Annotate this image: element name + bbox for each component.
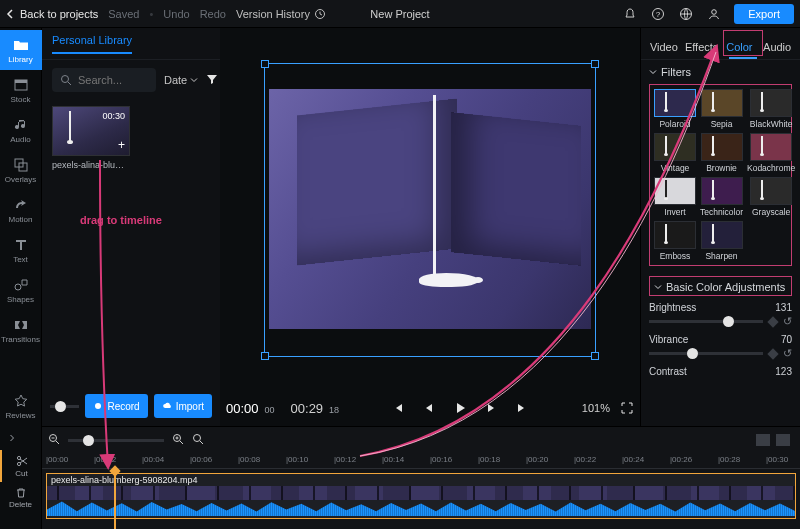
reviews-icon bbox=[13, 393, 29, 409]
add-clip-icon[interactable]: + bbox=[118, 138, 125, 152]
topbar: Back to projects Saved • Undo Redo Versi… bbox=[0, 0, 800, 28]
resize-handle[interactable] bbox=[591, 352, 599, 360]
playhead[interactable] bbox=[114, 469, 116, 529]
drag-hint-annotation: drag to timeline bbox=[80, 214, 210, 226]
rail-library[interactable]: Library bbox=[0, 30, 42, 70]
zoom-out-icon[interactable] bbox=[48, 433, 60, 447]
filter-polaroid[interactable]: Polaroid bbox=[654, 89, 696, 129]
filter-invert[interactable]: Invert bbox=[654, 177, 696, 217]
skip-end-button[interactable] bbox=[515, 401, 529, 415]
resize-handle[interactable] bbox=[591, 60, 599, 68]
globe-icon[interactable] bbox=[678, 6, 694, 22]
filters-header[interactable]: Filters bbox=[649, 66, 792, 78]
import-button[interactable]: Import bbox=[154, 394, 212, 418]
tab-video[interactable]: Video bbox=[645, 41, 683, 59]
zoom-in-icon[interactable] bbox=[172, 433, 184, 447]
timeline-view-2[interactable] bbox=[776, 434, 790, 446]
redo-button[interactable]: Redo bbox=[200, 8, 226, 20]
divider: • bbox=[149, 8, 153, 20]
keyframe-icon[interactable] bbox=[767, 316, 778, 327]
clip-duration: 00:30 bbox=[102, 111, 125, 121]
library-panel: Personal Library Date 00:30 + pexels-ali… bbox=[42, 28, 220, 426]
vibrance-slider[interactable] bbox=[649, 352, 763, 355]
sort-dropdown[interactable]: Date bbox=[164, 74, 198, 86]
skip-start-button[interactable] bbox=[391, 401, 405, 415]
tab-effects[interactable]: Effects bbox=[683, 41, 721, 59]
track-area[interactable]: pexels-alina-blumberg-5908204.mp4 bbox=[42, 469, 800, 529]
cloud-icon bbox=[162, 401, 172, 411]
param-vibrance: Vibrance70 ↺ bbox=[649, 334, 792, 360]
filter-vintage[interactable]: Vintage bbox=[654, 133, 696, 173]
history-icon bbox=[314, 8, 326, 20]
next-frame-button[interactable] bbox=[485, 402, 497, 414]
reset-icon[interactable]: ↺ bbox=[783, 315, 792, 328]
fullscreen-button[interactable] bbox=[620, 401, 634, 415]
brightness-value[interactable]: 131 bbox=[775, 302, 792, 313]
cut-tool[interactable]: Cut bbox=[0, 450, 42, 482]
rail-overlays[interactable]: Overlays bbox=[0, 150, 42, 190]
version-history[interactable]: Version History bbox=[236, 8, 326, 20]
search-box[interactable] bbox=[52, 68, 156, 92]
record-button[interactable]: Record bbox=[85, 394, 147, 418]
expand-timeline[interactable] bbox=[0, 426, 42, 450]
motion-icon bbox=[13, 197, 29, 213]
preview-panel: 00:0000 00:2918 101% bbox=[220, 28, 640, 426]
thumb-size-slider[interactable] bbox=[50, 405, 79, 408]
play-button[interactable] bbox=[453, 401, 467, 415]
selection-box[interactable] bbox=[264, 63, 596, 357]
reset-icon[interactable]: ↺ bbox=[783, 347, 792, 360]
export-button[interactable]: Export bbox=[734, 4, 794, 24]
filter-blackwhite[interactable]: BlackWhite bbox=[747, 89, 795, 129]
user-icon[interactable] bbox=[706, 6, 722, 22]
svg-point-10 bbox=[62, 76, 69, 83]
zoom-fit-icon[interactable] bbox=[192, 433, 204, 447]
tab-audio[interactable]: Audio bbox=[758, 41, 796, 59]
timeline-clip[interactable]: pexels-alina-blumberg-5908204.mp4 bbox=[46, 473, 796, 519]
filter-sharpen[interactable]: Sharpen bbox=[700, 221, 743, 261]
library-tab-personal[interactable]: Personal Library bbox=[52, 34, 132, 54]
filter-kodachrome[interactable]: Kodachrome bbox=[747, 133, 795, 173]
rail-shapes[interactable]: Shapes bbox=[0, 270, 42, 310]
prev-frame-button[interactable] bbox=[423, 402, 435, 414]
filter-sepia[interactable]: Sepia bbox=[700, 89, 743, 129]
timeline: |00:00 |00:02 |00:04 |00:06 |00:08 |00:1… bbox=[42, 426, 800, 529]
zoom-percent[interactable]: 101% bbox=[582, 402, 610, 414]
rail-motion[interactable]: Motion bbox=[0, 190, 42, 230]
shapes-icon bbox=[13, 277, 29, 293]
filter-brownie[interactable]: Brownie bbox=[700, 133, 743, 173]
preview-canvas[interactable] bbox=[264, 63, 596, 357]
rail-transitions[interactable]: Transitions bbox=[0, 310, 42, 350]
rail-stock[interactable]: Stock bbox=[0, 70, 42, 110]
contrast-value[interactable]: 123 bbox=[775, 366, 792, 377]
timeline-view-1[interactable] bbox=[756, 434, 770, 446]
resize-handle[interactable] bbox=[261, 60, 269, 68]
filter-emboss[interactable]: Emboss bbox=[654, 221, 696, 261]
project-title[interactable]: New Project bbox=[370, 8, 429, 20]
filter-grayscale[interactable]: Grayscale bbox=[747, 177, 795, 217]
search-input[interactable] bbox=[78, 74, 148, 86]
keyframe-icon[interactable] bbox=[767, 348, 778, 359]
adjustments-header[interactable]: Basic Color Adjustments bbox=[654, 281, 787, 293]
svg-rect-6 bbox=[15, 80, 27, 83]
rail-audio[interactable]: Audio bbox=[0, 110, 42, 150]
search-icon bbox=[60, 74, 72, 86]
brightness-slider[interactable] bbox=[649, 320, 763, 323]
filter-technicolor[interactable]: Technicolor bbox=[700, 177, 743, 217]
help-icon[interactable]: ? bbox=[650, 6, 666, 22]
filter-icon[interactable] bbox=[206, 73, 218, 87]
bell-icon[interactable] bbox=[622, 6, 638, 22]
undo-button[interactable]: Undo bbox=[163, 8, 189, 20]
timeline-zoom-slider[interactable] bbox=[68, 439, 164, 442]
clip-thumbnail[interactable]: 00:30 + bbox=[52, 106, 130, 156]
back-to-projects[interactable]: Back to projects bbox=[6, 8, 98, 20]
delete-tool[interactable]: Delete bbox=[0, 482, 42, 514]
library-clip[interactable]: 00:30 + pexels-alina-blum… bbox=[52, 106, 130, 170]
rail-text[interactable]: Text bbox=[0, 230, 42, 270]
timeline-ruler[interactable]: |00:00 |00:02 |00:04 |00:06 |00:08 |00:1… bbox=[42, 453, 800, 469]
record-icon bbox=[93, 401, 103, 411]
resize-handle[interactable] bbox=[261, 352, 269, 360]
inspector-panel: Video Effects Color Audio Filters Polaro… bbox=[640, 28, 800, 426]
vibrance-value[interactable]: 70 bbox=[781, 334, 792, 345]
rail-reviews[interactable]: Reviews bbox=[0, 386, 42, 426]
scissors-icon bbox=[15, 454, 29, 468]
